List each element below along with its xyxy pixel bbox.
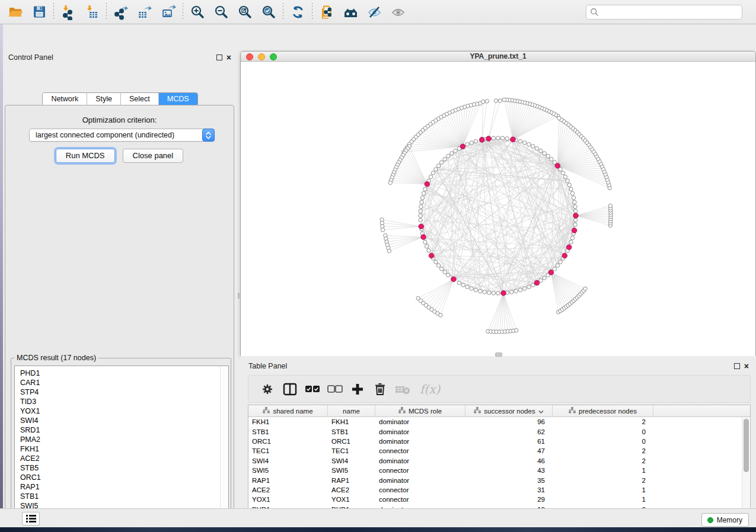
table-settings-gear-icon[interactable] [256,379,279,400]
mcds-dominator-nodes [419,136,578,296]
export-network-icon[interactable] [109,2,133,22]
network-window-title: YPA_prune.txt_1 [470,52,526,60]
optimization-criterion-label: Optimization criterion: [5,116,234,124]
cell-predecessor-nodes: 0 [553,428,653,435]
table-row-ORC1[interactable]: ORC1ORC1dominator610 [248,437,750,446]
new-network-from-selection-icon[interactable] [315,2,339,22]
close-table-panel-button[interactable]: × [744,363,749,369]
result-node-item[interactable]: STP4 [20,387,220,397]
delete-table-icon[interactable] [391,379,414,400]
cell-shared-name: ORC1 [248,438,328,445]
workspace: Control Panel × NetworkStyleSelectMCDS O… [0,24,756,508]
result-node-item[interactable]: PMA2 [20,435,220,444]
network-canvas[interactable] [241,62,755,356]
result-node-item[interactable]: SRD1 [20,425,220,435]
add-column-icon[interactable] [346,379,369,400]
table-row-SWI5[interactable]: SWI5SWI5connector431 [248,466,750,475]
tab-select[interactable]: Select [121,93,159,105]
export-table-icon[interactable] [133,2,157,22]
search-input[interactable] [586,5,742,20]
open-file-icon[interactable] [4,2,27,22]
result-node-item[interactable]: YOX1 [20,406,220,416]
column-header-shared-name[interactable]: shared name [248,405,328,416]
close-panel-button[interactable]: × [227,55,231,60]
refresh-icon[interactable] [286,2,310,22]
table-row-TEC1[interactable]: TEC1TEC1connector472 [248,446,750,456]
table-row-YOX1[interactable]: YOX1YOX1connector291 [248,495,750,504]
hide-graphics-icon[interactable] [362,2,386,22]
criterion-select[interactable]: largest connected component (undirected) [29,129,215,142]
export-image-icon[interactable] [157,2,180,22]
cell-shared-name: STB1 [248,428,328,435]
result-node-item[interactable]: PHD1 [20,368,220,378]
table-row-RAP1[interactable]: RAP1RAP1dominator352 [248,475,750,485]
zoom-fit-icon[interactable] [233,2,257,22]
result-list-scrollbar[interactable] [220,366,228,532]
close-panel-button-mcds[interactable]: Close panel [123,149,184,163]
cell-MCDS-role: connector [375,496,465,503]
memory-button[interactable]: Memory [701,513,749,527]
run-mcds-button[interactable]: Run MCDS [56,149,115,163]
result-node-item[interactable]: FKH1 [20,444,220,454]
column-header-successor-nodes[interactable]: successor nodes [465,405,553,416]
shared-column-icon [474,407,481,415]
tab-network[interactable]: Network [43,93,87,105]
cell-successor-nodes: 46 [465,457,553,464]
float-panel-button[interactable] [216,55,222,60]
float-table-panel-button[interactable] [734,363,740,369]
tab-style[interactable]: Style [87,93,121,105]
table-row-ACE2[interactable]: ACE2ACE2connector311 [248,485,750,495]
cell-shared-name: SWI5 [248,467,328,474]
minimize-window-icon[interactable] [258,53,265,60]
zoom-out-icon[interactable] [209,2,233,22]
toolbar-buttons [0,2,410,22]
cell-MCDS-role: connector [375,486,465,493]
table-row-SWI4[interactable]: SWI4SWI4dominator462 [248,456,750,466]
tab-mcds[interactable]: MCDS [159,93,197,105]
import-table-icon[interactable] [80,2,104,22]
search-network-icon[interactable] [339,2,362,22]
show-columns-icon[interactable] [279,379,301,400]
network-graph[interactable] [241,62,755,356]
table-row-FKH1[interactable]: FKH1FKH1dominator962 [248,417,750,427]
cell-name: ORC1 [328,438,375,445]
maximize-window-icon[interactable] [270,53,277,60]
shared-column-icon [263,407,270,415]
select-all-rows-icon[interactable] [301,379,324,400]
main-toolbar [0,0,756,24]
result-node-item[interactable]: STB1 [20,492,220,501]
cell-successor-nodes: 47 [465,447,553,454]
deselect-all-rows-icon[interactable] [324,379,346,400]
column-header-name[interactable]: name [328,405,375,416]
result-node-item[interactable]: CAR1 [20,378,220,387]
search-box [586,5,742,20]
cell-successor-nodes: 61 [465,438,553,445]
column-header-predecessor-nodes[interactable]: predecessor nodes [553,405,653,416]
result-node-item[interactable]: RAP1 [20,482,220,492]
result-node-item[interactable]: TID3 [20,397,220,406]
table-scrollbar[interactable] [742,417,749,514]
save-session-icon[interactable] [27,2,51,22]
close-window-icon[interactable] [246,53,253,60]
result-node-item[interactable]: ACE2 [20,454,220,463]
panel-menu-button[interactable] [22,512,40,525]
column-header-filler [653,405,750,416]
delete-column-icon[interactable] [369,379,391,400]
result-node-item[interactable]: SWI4 [20,416,220,425]
function-builder-icon[interactable]: f(x) [420,382,440,396]
show-graphics-icon[interactable] [386,2,410,22]
table-row-STB1[interactable]: STB1STB1dominator620 [248,427,750,436]
network-window-titlebar[interactable]: YPA_prune.txt_1 [241,52,755,62]
result-node-item[interactable]: ORC1 [20,473,220,482]
column-header-MCDS-role[interactable]: MCDS role [375,405,465,416]
zoom-selected-icon[interactable] [257,2,280,22]
table-scrollbar-thumb[interactable] [744,419,749,472]
cell-successor-nodes: 96 [465,418,553,425]
result-node-item[interactable]: STB5 [20,463,220,473]
toolbar-separator [183,3,183,21]
import-network-icon[interactable] [56,2,80,22]
sort-descending-icon [538,408,544,415]
memory-status-icon [707,517,713,523]
cell-shared-name: TEC1 [248,447,328,454]
zoom-in-icon[interactable] [186,2,209,22]
